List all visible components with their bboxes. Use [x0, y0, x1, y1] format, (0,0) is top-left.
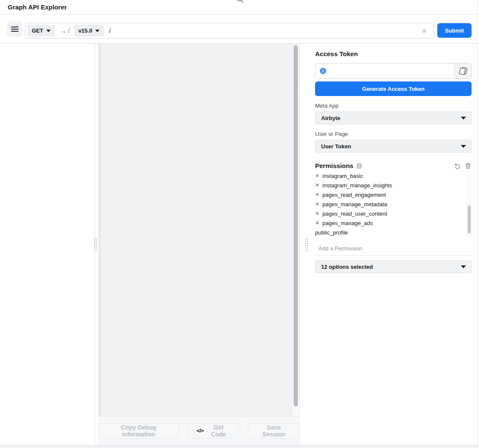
resize-handle-left[interactable]: [94, 238, 97, 252]
star-icon[interactable]: ★: [421, 26, 428, 36]
permission-row: ✕ pages_manage_ads: [315, 218, 465, 228]
path-input[interactable]: /: [109, 27, 421, 34]
response-area: Copy Debug Information </> Get Code Save…: [98, 44, 300, 445]
permissions-list-wrap: ✕ instagram_basic ✕ instagram_manage_ins…: [315, 172, 472, 238]
permission-label: pages_read_engagement: [322, 192, 386, 198]
chevron-down-icon: [46, 30, 51, 32]
permission-row: ✕ pages_read_user_content: [315, 209, 465, 218]
method-dropdown[interactable]: GET: [27, 25, 55, 36]
meta-app-dropdown[interactable]: Airbyte: [315, 111, 472, 124]
request-path-box[interactable]: GET → / v15.0 / ★: [25, 23, 434, 39]
remove-permission-icon[interactable]: ✕: [315, 210, 320, 216]
meta-app-label: Meta App: [315, 102, 472, 109]
chevron-down-icon: [461, 117, 466, 120]
version-value: v15.0: [78, 27, 93, 34]
permissions-header: Permissions i: [315, 162, 472, 169]
permission-row: public_profile: [315, 228, 465, 237]
version-dropdown[interactable]: v15.0: [74, 25, 104, 36]
user-or-page-dropdown[interactable]: User Token: [315, 140, 472, 153]
trash-icon[interactable]: [465, 162, 472, 169]
permission-row: ✕ pages_manage_metadata: [315, 199, 465, 209]
request-toolbar: GET → / v15.0 / ★ Submit: [0, 15, 478, 44]
response-scrollbar[interactable]: [292, 44, 299, 416]
scrollbar-thumb[interactable]: [294, 45, 298, 406]
page-title: Graph API Explorer: [8, 3, 67, 11]
graph-api-explorer-app: Graph API Explorer GET → / v15.0 / ★ Sub…: [0, 0, 478, 448]
bottom-strip: [0, 445, 478, 448]
generate-access-token-button[interactable]: Generate Access Token: [315, 81, 472, 96]
access-token-input[interactable]: i: [316, 63, 454, 78]
copy-token-button[interactable]: [454, 63, 471, 78]
method-value: GET: [32, 27, 43, 34]
copy-debug-button[interactable]: Copy Debug Information: [98, 423, 179, 439]
remove-permission-icon[interactable]: ✕: [315, 192, 320, 198]
info-icon[interactable]: i: [320, 68, 326, 74]
response-panel: [98, 44, 300, 416]
user-or-page-value: User Token: [321, 143, 351, 150]
access-token-row: i: [315, 63, 472, 79]
menu-button[interactable]: [7, 21, 22, 37]
main-content: Copy Debug Information </> Get Code Save…: [0, 44, 478, 445]
search-icon: [235, 0, 244, 3]
sidebar: Access Token i Generate Access Token Met…: [308, 44, 478, 445]
permission-label: instagram_basic: [322, 173, 363, 179]
app-header: Graph API Explorer: [0, 0, 478, 15]
permission-label: pages_manage_metadata: [322, 201, 387, 207]
permissions-options-dropdown[interactable]: 12 options selected: [315, 260, 472, 273]
arrow-icon: →: [60, 27, 66, 34]
access-token-heading: Access Token: [315, 50, 472, 57]
get-code-button[interactable]: </> Get Code: [188, 423, 239, 439]
add-permission-input[interactable]: [315, 244, 472, 256]
hamburger-icon: [11, 27, 18, 27]
copy-icon: [460, 67, 467, 75]
left-panel: [0, 44, 95, 445]
chevron-down-icon: [461, 265, 466, 268]
footer-bar: Copy Debug Information </> Get Code Save…: [98, 416, 300, 445]
submit-button[interactable]: Submit: [437, 23, 472, 38]
permissions-info-icon[interactable]: i: [356, 163, 362, 169]
permissions-list: ✕ instagram_basic ✕ instagram_manage_ins…: [315, 172, 472, 238]
undo-icon[interactable]: [454, 162, 461, 169]
chevron-down-icon: [461, 145, 466, 148]
remove-permission-icon[interactable]: ✕: [315, 173, 320, 179]
permissions-scrollbar[interactable]: [466, 174, 471, 237]
user-or-page-label: User or Page: [315, 131, 472, 137]
remove-permission-icon[interactable]: ✕: [315, 220, 320, 226]
panel-left-gutter: [99, 44, 101, 416]
permissions-heading: Permissions: [315, 162, 353, 169]
meta-app-value: Airbyte: [321, 115, 340, 121]
permission-label: pages_read_user_content: [322, 210, 387, 217]
code-icon: </>: [197, 427, 204, 434]
chevron-down-icon: [95, 30, 99, 32]
permission-row: ✕ pages_read_engagement: [315, 190, 465, 199]
permissions-scrollbar-thumb[interactable]: [468, 205, 471, 234]
path-prefix-slash: /: [68, 27, 70, 34]
permission-row: ✕ instagram_manage_insights: [315, 180, 465, 190]
save-session-button[interactable]: Save Session: [248, 423, 300, 439]
permission-row: ✕ instagram_basic: [315, 172, 465, 180]
permission-label: instagram_manage_insights: [322, 182, 392, 189]
permission-label: public_profile: [315, 229, 348, 236]
remove-permission-icon[interactable]: ✕: [315, 182, 320, 188]
remove-permission-icon[interactable]: ✕: [315, 201, 320, 207]
permission-label: pages_manage_ads: [322, 220, 373, 226]
options-selected-value: 12 options selected: [321, 264, 373, 270]
